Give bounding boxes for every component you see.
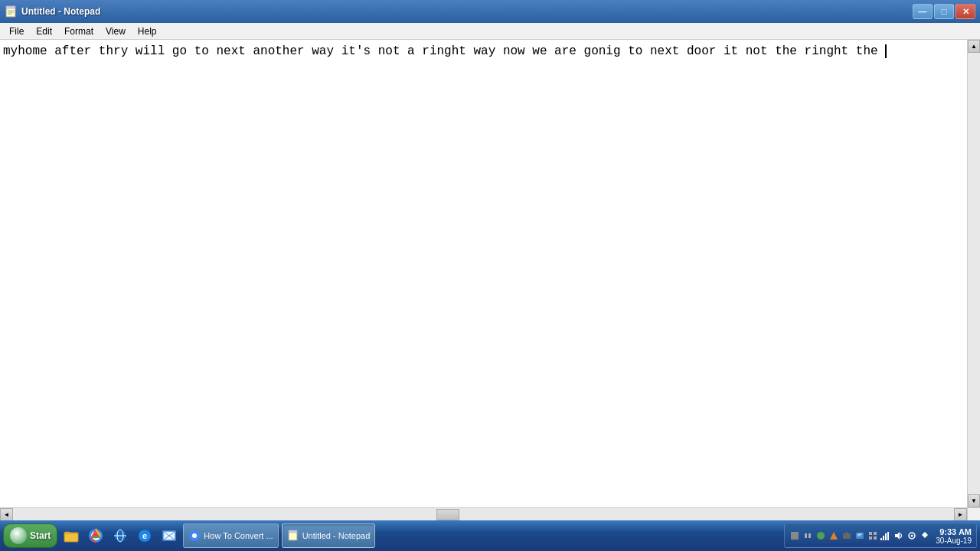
maximize-button[interactable]: □	[934, 4, 954, 19]
taskbar-item-chrome-label: How To Convert ...	[204, 531, 273, 540]
taskbar-item-chrome[interactable]: How To Convert ...	[183, 523, 278, 548]
window-title: Untitled - Notepad	[21, 6, 100, 17]
tray-icon-5[interactable]	[841, 530, 852, 541]
horizontal-scrollbar-row: ◄ ►	[0, 507, 980, 520]
svg-point-42	[911, 535, 913, 537]
svg-rect-33	[874, 532, 877, 535]
tray-icon-volume[interactable]	[893, 530, 904, 541]
clock-date: 30-Aug-19	[936, 536, 972, 545]
quicklaunch-snipping[interactable]	[158, 525, 180, 546]
tray-icon-4[interactable]	[828, 530, 839, 541]
scroll-up-button[interactable]: ▲	[968, 40, 980, 53]
svg-rect-20	[289, 530, 297, 533]
menu-item-help[interactable]: Help	[132, 24, 163, 38]
svg-marker-43	[922, 532, 928, 538]
minimize-button[interactable]: —	[913, 4, 933, 19]
svg-rect-39	[887, 532, 889, 540]
scroll-track[interactable]	[968, 53, 980, 494]
horizontal-scrollbar[interactable]: ◄ ►	[0, 508, 967, 520]
svg-rect-32	[869, 532, 872, 535]
tray-icon-1[interactable]	[789, 530, 800, 541]
hscroll-thumb[interactable]	[436, 509, 459, 520]
scrollbar-corner	[967, 508, 980, 521]
close-button[interactable]: ✕	[956, 4, 975, 19]
quicklaunch-browser-2[interactable]	[109, 525, 131, 546]
menu-item-view[interactable]: View	[100, 24, 132, 38]
svg-rect-21	[791, 532, 799, 540]
title-buttons: — □ ✕	[913, 4, 975, 19]
start-button[interactable]: Start	[3, 523, 57, 548]
tray-icon-7[interactable]	[867, 530, 878, 541]
tray-icon-signal[interactable]	[880, 530, 891, 541]
hscroll-track[interactable]	[13, 508, 954, 520]
notepad-taskbar-icon	[287, 530, 299, 542]
svg-rect-34	[869, 536, 872, 540]
text-cursor	[885, 44, 887, 58]
svg-rect-22	[805, 533, 807, 538]
quicklaunch-folder[interactable]	[60, 525, 82, 546]
tray-icon-2[interactable]	[802, 530, 813, 541]
svg-rect-23	[808, 533, 811, 538]
svg-rect-1	[6, 6, 15, 8]
svg-point-24	[817, 532, 825, 540]
chrome-icon	[188, 530, 201, 542]
text-editor[interactable]: myhome after thry will go to next anothe…	[0, 40, 967, 507]
notepad-icon	[5, 5, 17, 18]
svg-text:e: e	[142, 531, 147, 540]
editor-container: myhome after thry will go to next anothe…	[0, 40, 980, 507]
svg-rect-36	[880, 538, 882, 540]
system-tray: 9:33 AM 30-Aug-19	[784, 523, 977, 548]
clock-time: 9:33 AM	[936, 527, 972, 536]
scroll-left-button[interactable]: ◄	[0, 508, 13, 521]
quicklaunch-chrome[interactable]	[85, 525, 106, 546]
tray-icon-10[interactable]	[920, 530, 930, 541]
scroll-right-button[interactable]: ►	[954, 508, 967, 521]
taskbar-item-notepad[interactable]: Untitled - Notepad	[282, 523, 376, 548]
tray-icon-6[interactable]	[854, 530, 865, 541]
menu-item-format[interactable]: Format	[58, 24, 100, 38]
scroll-down-button[interactable]: ▼	[968, 494, 980, 507]
menu-item-file[interactable]: File	[3, 24, 30, 38]
taskbar-item-notepad-label: Untitled - Notepad	[302, 531, 371, 540]
svg-rect-26	[843, 533, 851, 539]
quicklaunch-ie[interactable]: e	[134, 525, 155, 546]
svg-point-18	[192, 533, 197, 538]
tray-icon-9[interactable]	[906, 530, 917, 541]
title-bar-left: Untitled - Notepad	[5, 5, 100, 18]
title-bar: Untitled - Notepad — □ ✕	[0, 0, 980, 23]
editor-text: myhome after thry will go to next anothe…	[3, 44, 885, 58]
start-label: Start	[30, 530, 51, 541]
taskbar: Start e	[0, 520, 980, 551]
svg-marker-25	[830, 532, 838, 540]
menu-item-edit[interactable]: Edit	[30, 24, 58, 38]
vertical-scrollbar[interactable]: ▲ ▼	[967, 40, 980, 507]
start-orb-icon	[10, 527, 27, 544]
svg-rect-35	[874, 536, 877, 540]
svg-rect-38	[885, 533, 887, 540]
svg-rect-37	[883, 536, 884, 540]
menu-bar: FileEditFormatViewHelp	[0, 23, 980, 40]
svg-marker-40	[895, 532, 900, 540]
tray-icon-3[interactable]	[815, 530, 826, 541]
system-clock[interactable]: 9:33 AM 30-Aug-19	[936, 527, 972, 545]
